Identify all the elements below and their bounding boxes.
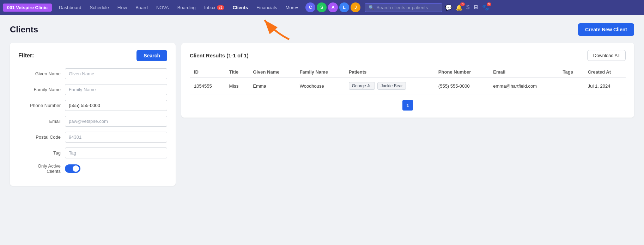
email-input[interactable]	[65, 116, 167, 127]
nav-boarding[interactable]: Boarding	[173, 0, 200, 15]
paw-icon[interactable]: 🐾 5	[482, 4, 489, 11]
cell-given-name: Emma	[249, 78, 295, 94]
active-clients-toggle-row: Only ActiveClients	[18, 163, 167, 174]
nav-more[interactable]: More ▾	[281, 0, 303, 15]
clinic-name[interactable]: 001 Vetspire Clinic	[3, 4, 52, 12]
page-title: Clients	[10, 25, 38, 34]
nav-inbox[interactable]: Inbox 21	[200, 0, 229, 15]
given-name-label: Given Name	[18, 71, 61, 76]
nav-search-box[interactable]: 🔍	[365, 3, 442, 12]
phone-input[interactable]	[65, 100, 167, 111]
col-family-name: Family Name	[296, 67, 345, 78]
search-icon: 🔍	[369, 5, 374, 10]
search-button[interactable]: Search	[136, 50, 167, 61]
main-layout: Filter: Search Given Name Family Name Ph…	[10, 43, 634, 186]
dollar-icon[interactable]: $	[466, 4, 469, 11]
avatar-list: C S A L J	[305, 2, 360, 12]
filter-row-tag: Tag	[18, 147, 167, 158]
phone-label: Phone Number	[18, 103, 61, 108]
results-table: ID Title Given Name Family Name Patients…	[190, 67, 626, 94]
given-name-input[interactable]	[65, 68, 167, 79]
col-phone: Phone Number	[434, 67, 489, 78]
nav-nova[interactable]: NOVA	[152, 0, 173, 15]
navbar: 001 Vetspire Clinic Dashboard Schedule F…	[0, 0, 644, 15]
filter-panel: Filter: Search Given Name Family Name Ph…	[10, 43, 176, 186]
cell-family-name: Woodhouse	[296, 78, 345, 94]
active-clients-toggle[interactable]	[65, 164, 80, 173]
chevron-down-icon: ▾	[296, 5, 298, 10]
table-header-row: ID Title Given Name Family Name Patients…	[190, 67, 626, 78]
monitor-icon[interactable]: 🖥	[473, 4, 479, 11]
filter-row-phone: Phone Number	[18, 100, 167, 111]
cell-email: emma@hartfield.com	[489, 78, 558, 94]
avatar-s[interactable]: S	[317, 2, 327, 12]
col-given-name: Given Name	[249, 67, 295, 78]
notification-badge: 3	[460, 2, 465, 6]
inbox-badge: 21	[217, 5, 224, 10]
results-title: Client Results (1-1 of 1)	[190, 52, 249, 58]
results-panel: Client Results (1-1 of 1) Download All I…	[181, 43, 634, 118]
col-created-at: Created At	[584, 67, 626, 78]
table-body: 1054555 Miss Emma Woodhouse George Jr. J…	[190, 78, 626, 94]
postal-input[interactable]	[65, 132, 167, 143]
download-all-button[interactable]: Download All	[587, 50, 626, 61]
nav-clients[interactable]: Clients	[229, 0, 252, 15]
toggle-slider	[65, 164, 80, 173]
family-name-label: Family Name	[18, 87, 61, 92]
tag-input[interactable]	[65, 147, 167, 158]
results-header: Client Results (1-1 of 1) Download All	[190, 50, 626, 61]
col-title: Title	[225, 67, 249, 78]
filter-label: Filter:	[18, 52, 34, 59]
filter-row-given-name: Given Name	[18, 68, 167, 79]
col-email: Email	[489, 67, 558, 78]
create-new-client-button[interactable]: Create New Client	[578, 23, 634, 36]
cell-title: Miss	[225, 78, 249, 94]
nav-icon-group: 💬 🔔 3 $ 🖥 🐾 5	[445, 4, 489, 11]
notification-icon[interactable]: 🔔 3	[456, 4, 463, 11]
family-name-input[interactable]	[65, 84, 167, 95]
cell-created-at: Jul 1, 2024	[584, 78, 626, 94]
email-label: Email	[18, 119, 61, 124]
pagination: 1	[190, 100, 626, 111]
col-tags: Tags	[559, 67, 584, 78]
filter-row-email: Email	[18, 116, 167, 127]
tag-label: Tag	[18, 150, 61, 156]
search-input[interactable]	[376, 5, 438, 10]
table-header: ID Title Given Name Family Name Patients…	[190, 67, 626, 78]
table-row[interactable]: 1054555 Miss Emma Woodhouse George Jr. J…	[190, 78, 626, 94]
avatar-a[interactable]: A	[328, 2, 338, 12]
cell-tags	[559, 78, 584, 94]
patient-tag-1[interactable]: George Jr.	[349, 82, 375, 90]
paw-badge: 5	[487, 2, 491, 6]
col-patients: Patients	[345, 67, 434, 78]
nav-schedule[interactable]: Schedule	[86, 0, 113, 15]
filter-header: Filter: Search	[18, 50, 167, 61]
avatar-j[interactable]: J	[351, 2, 360, 12]
avatar-c[interactable]: C	[305, 2, 315, 12]
patient-tag-2[interactable]: Jackie Bear	[377, 82, 406, 90]
nav-board[interactable]: Board	[131, 0, 152, 15]
col-id: ID	[190, 67, 225, 78]
page-header: Clients Create New Client	[10, 23, 634, 36]
nav-dashboard[interactable]: Dashboard	[55, 0, 86, 15]
page-content: Clients Create New Client Filter: Search…	[0, 15, 644, 194]
active-clients-label: Only ActiveClients	[18, 163, 61, 174]
filter-row-family-name: Family Name	[18, 84, 167, 95]
nav-financials[interactable]: Financials	[252, 0, 281, 15]
cell-patients: George Jr. Jackie Bear	[345, 78, 434, 94]
nav-flow[interactable]: Flow	[113, 0, 131, 15]
cell-phone: (555) 555-0000	[434, 78, 489, 94]
cell-id: 1054555	[190, 78, 225, 94]
filter-row-postal: Postal Code	[18, 132, 167, 143]
page-1-button[interactable]: 1	[402, 100, 413, 111]
chat-icon[interactable]: 💬	[445, 4, 452, 11]
postal-label: Postal Code	[18, 134, 61, 140]
avatar-l[interactable]: L	[339, 2, 349, 12]
